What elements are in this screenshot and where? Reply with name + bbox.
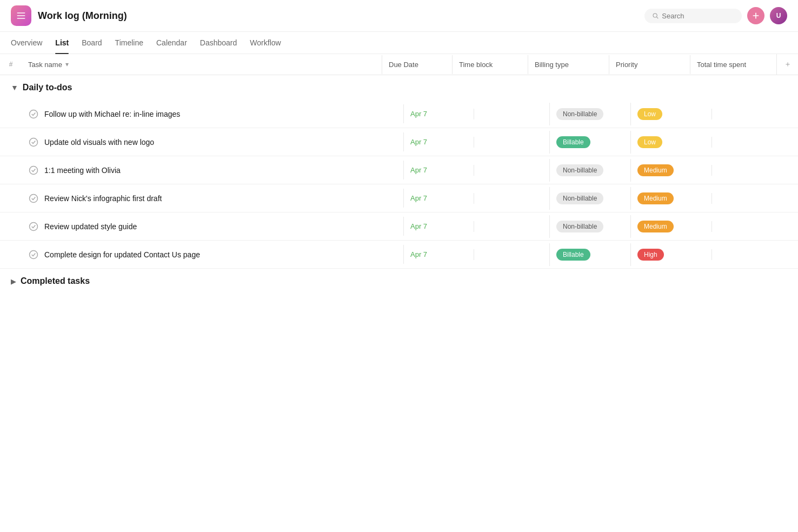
task-time-block (474, 193, 549, 204)
task-total-time-spent (711, 137, 798, 148)
task-row[interactable]: Complete design for updated Contact Us p… (0, 241, 798, 269)
task-billing-type: Non-billable (549, 187, 630, 210)
col-task-header: Task name ▾ (22, 55, 382, 74)
priority-badge: Low (637, 108, 662, 120)
check-icon[interactable] (28, 193, 39, 204)
task-id (0, 221, 22, 232)
priority-badge: Low (637, 136, 662, 148)
task-rows-container: Follow up with Michael re: in-line image… (0, 100, 798, 269)
section-title-completed: Completed tasks (21, 276, 90, 286)
task-time-block (474, 249, 549, 260)
svg-point-11 (30, 222, 38, 230)
billing-badge: Non-billable (556, 164, 603, 176)
col-hash-header: # (0, 55, 22, 74)
task-table: # Task name ▾ Due Date Time block Billin… (0, 54, 798, 294)
svg-rect-1 (17, 15, 25, 16)
check-icon[interactable] (28, 249, 39, 260)
svg-point-7 (30, 110, 38, 118)
svg-point-10 (30, 194, 38, 202)
billing-badge: Billable (556, 136, 590, 148)
plus-icon (752, 11, 760, 20)
task-name-cell: Review Nick's infographic first draft (22, 188, 403, 209)
nav-item-workflow[interactable]: Workflow (250, 32, 281, 54)
check-icon[interactable] (28, 137, 39, 148)
task-priority: Low (630, 103, 711, 125)
col-time-spent-header: Total time spent (690, 55, 776, 74)
task-id (0, 137, 22, 148)
priority-badge: Medium (637, 192, 674, 204)
task-due-date: Apr 7 (403, 132, 474, 151)
task-row[interactable]: 1:1 meeting with Olivia Apr 7 Non-billab… (0, 156, 798, 184)
task-priority: Medium (630, 215, 711, 238)
task-row[interactable]: Review updated style guide Apr 7 Non-bil… (0, 212, 798, 241)
svg-point-12 (30, 250, 38, 258)
task-name-text: Review updated style guide (44, 222, 137, 231)
col-priority-header: Priority (609, 55, 690, 74)
task-id (0, 193, 22, 204)
svg-point-3 (653, 14, 657, 17)
col-billing-header: Billing type (528, 55, 609, 74)
task-priority: High (630, 243, 711, 266)
nav-item-board[interactable]: Board (82, 32, 102, 54)
task-name-text: Review Nick's infographic first draft (44, 194, 162, 203)
nav-item-timeline[interactable]: Timeline (115, 32, 143, 54)
nav-item-dashboard[interactable]: Dashboard (200, 32, 237, 54)
section-header-daily-todos[interactable]: ▼ Daily to-dos (0, 75, 798, 100)
col-due-header: Due Date (382, 55, 452, 74)
page-title: Work log (Morning) (38, 10, 638, 22)
task-due-date: Apr 7 (403, 245, 474, 264)
task-id (0, 249, 22, 260)
check-icon[interactable] (28, 165, 39, 176)
task-billing-type: Billable (549, 243, 630, 266)
svg-point-9 (30, 166, 38, 174)
svg-point-8 (30, 138, 38, 146)
task-id (0, 109, 22, 119)
col-add-button[interactable]: ＋ (776, 54, 798, 75)
task-name-cell: 1:1 meeting with Olivia (22, 159, 403, 181)
header-right: U (644, 7, 787, 24)
search-input[interactable] (662, 12, 734, 20)
task-dropdown-icon[interactable]: ▾ (65, 61, 69, 68)
priority-badge: High (637, 249, 664, 261)
task-total-time-spent (711, 165, 798, 176)
task-time-block (474, 109, 549, 119)
task-due-date: Apr 7 (403, 217, 474, 236)
task-total-time-spent (711, 221, 798, 232)
task-billing-type: Non-billable (549, 103, 630, 125)
task-row[interactable]: Update old visuals with new logo Apr 7 B… (0, 128, 798, 156)
billing-badge: Non-billable (556, 221, 603, 232)
check-icon[interactable] (28, 109, 39, 119)
section-collapse-icon: ▼ (11, 83, 18, 92)
billing-badge: Non-billable (556, 108, 603, 120)
task-row[interactable]: Follow up with Michael re: in-line image… (0, 100, 798, 128)
task-time-block (474, 137, 549, 148)
task-row[interactable]: Review Nick's infographic first draft Ap… (0, 184, 798, 212)
svg-rect-0 (17, 12, 25, 14)
task-name-text: Complete design for updated Contact Us p… (44, 250, 200, 259)
task-due-date: Apr 7 (403, 104, 474, 123)
task-priority: Medium (630, 187, 711, 210)
section-title-daily-todos: Daily to-dos (23, 83, 72, 92)
avatar[interactable]: U (770, 7, 787, 24)
billing-badge: Non-billable (556, 192, 603, 204)
nav: Overview List Board Timeline Calendar Da… (0, 32, 798, 54)
task-name-cell: Update old visuals with new logo (22, 131, 403, 153)
task-name-text: 1:1 meeting with Olivia (44, 166, 121, 175)
section-daily-todos: ▼ Daily to-dos Follow up with Michael re… (0, 75, 798, 269)
task-due-date: Apr 7 (403, 161, 474, 179)
task-due-date: Apr 7 (403, 189, 474, 208)
priority-badge: Medium (637, 164, 674, 176)
search-bar[interactable] (644, 9, 742, 23)
task-time-block (474, 221, 549, 232)
nav-item-overview[interactable]: Overview (11, 32, 42, 54)
section-completed-tasks[interactable]: ▶ Completed tasks (0, 269, 798, 294)
task-time-block (474, 165, 549, 176)
table-header: # Task name ▾ Due Date Time block Billin… (0, 54, 798, 75)
nav-item-calendar[interactable]: Calendar (156, 32, 187, 54)
priority-badge: Medium (637, 221, 674, 232)
check-icon[interactable] (28, 221, 39, 232)
add-button[interactable] (747, 7, 764, 24)
list-icon (16, 10, 26, 21)
billing-badge: Billable (556, 249, 590, 261)
nav-item-list[interactable]: List (55, 32, 69, 54)
